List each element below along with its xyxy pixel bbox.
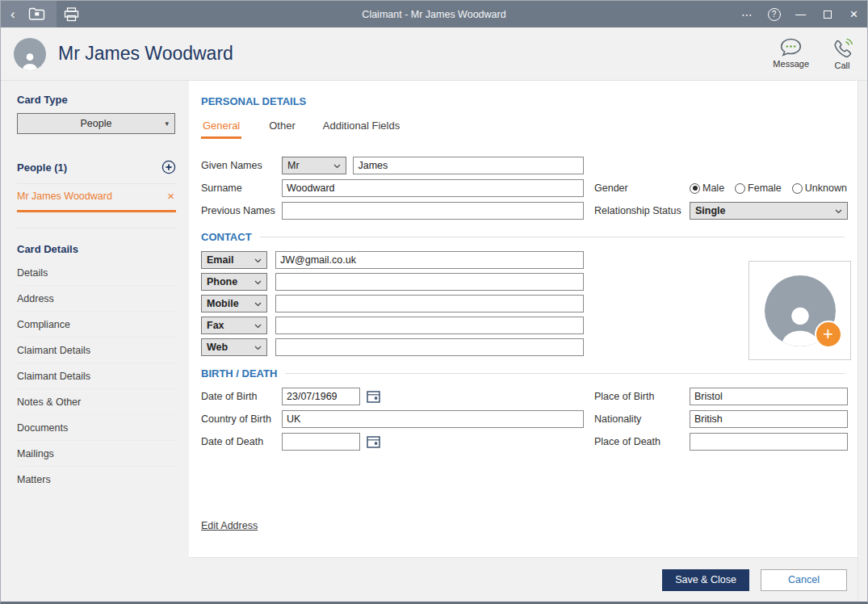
- sidebar-item-compliance[interactable]: Compliance: [17, 312, 176, 338]
- footer-bar: Save & Close Cancel: [189, 557, 858, 602]
- profile-photo-placeholder: +: [765, 275, 836, 346]
- contact-type-select-2[interactable]: Phone: [201, 273, 267, 291]
- remove-person-icon[interactable]: ×: [167, 189, 174, 203]
- calendar-icon[interactable]: [367, 435, 380, 448]
- calendar-icon[interactable]: [367, 390, 380, 403]
- place-of-death-input[interactable]: [690, 433, 848, 451]
- sidebar: Card Type People ▾ People (1) Mr James W…: [1, 81, 189, 602]
- sidebar-item-claimant-details-1[interactable]: Claimant Details: [17, 338, 176, 363]
- birth-death-title: BIRTH / DEATH: [201, 367, 277, 380]
- add-photo-button[interactable]: +: [815, 321, 842, 348]
- country-of-birth-input[interactable]: [282, 410, 584, 428]
- date-of-birth-label: Date of Birth: [201, 391, 282, 402]
- plus-icon: +: [823, 324, 833, 345]
- help-icon: ?: [768, 8, 781, 21]
- tab-general[interactable]: General: [201, 120, 241, 139]
- close-icon: ×: [850, 6, 858, 23]
- message-icon: [780, 38, 802, 57]
- place-of-birth-label: Place of Birth: [594, 391, 690, 402]
- print-button[interactable]: [57, 1, 87, 27]
- place-of-birth-input[interactable]: [690, 388, 848, 405]
- chevron-down-icon: [254, 298, 262, 309]
- chevron-down-icon: ▾: [165, 120, 169, 128]
- card-type-select[interactable]: People ▾: [17, 113, 175, 134]
- date-of-birth-input[interactable]: [282, 388, 360, 405]
- chevron-down-icon: [254, 320, 262, 331]
- contact-fax-input[interactable]: [275, 317, 584, 334]
- contact-type-select-1[interactable]: Email: [201, 251, 267, 269]
- contact-web-input[interactable]: [275, 338, 584, 356]
- contact-heading: CONTACT: [201, 231, 848, 243]
- person-name: Mr James Woodward: [17, 191, 112, 202]
- contact-type-value: Mobile: [207, 298, 239, 309]
- sidebar-item-address[interactable]: Address: [17, 286, 176, 312]
- sidebar-divider: [17, 228, 176, 229]
- contact-type-value: Email: [207, 254, 233, 266]
- edit-address-link[interactable]: Edit Address: [201, 520, 258, 531]
- minimize-button[interactable]: —: [787, 1, 814, 27]
- tab-bar: General Other Additional Fields: [201, 120, 848, 139]
- minimize-icon: —: [795, 8, 806, 20]
- gender-unknown-radio[interactable]: [792, 183, 803, 194]
- contact-phone-input[interactable]: [275, 273, 584, 291]
- nationality-input[interactable]: [690, 410, 848, 428]
- date-of-death-label: Date of Death: [201, 436, 282, 447]
- gender-female-radio[interactable]: [735, 183, 745, 194]
- printer-icon: [64, 7, 79, 22]
- title-value: Mr: [287, 160, 300, 171]
- sidebar-item-details[interactable]: Details: [17, 260, 176, 286]
- gender-male-radio[interactable]: [690, 183, 700, 194]
- personal-details-heading: PERSONAL DETAILS: [201, 95, 848, 107]
- title-bar: ‹ Claimant - Mr James Woodward ⋯ ? — ×: [1, 1, 867, 27]
- back-icon[interactable]: ‹: [9, 7, 17, 21]
- nationality-label: Nationality: [594, 413, 690, 425]
- scrollbar[interactable]: [858, 81, 867, 602]
- contact-mobile-input[interactable]: [275, 295, 584, 312]
- more-options-button[interactable]: ⋯: [734, 1, 761, 27]
- sidebar-item-documents[interactable]: Documents: [17, 415, 176, 441]
- header-actions: Message Call: [773, 38, 853, 70]
- call-button[interactable]: Call: [832, 38, 853, 70]
- avatar: [14, 38, 46, 70]
- cards-folder-icon[interactable]: [28, 7, 45, 21]
- gender-male-label: Male: [702, 182, 724, 194]
- people-count-heading: People (1): [17, 161, 67, 174]
- add-person-icon[interactable]: [161, 160, 176, 174]
- message-button[interactable]: Message: [773, 38, 809, 70]
- save-close-button[interactable]: Save & Close: [662, 569, 749, 591]
- section-divider: [285, 373, 845, 374]
- title-select[interactable]: Mr: [282, 157, 346, 174]
- surname-input[interactable]: [282, 179, 584, 197]
- given-names-input[interactable]: [353, 157, 584, 174]
- person-list-item[interactable]: Mr James Woodward ×: [17, 183, 176, 212]
- sidebar-item-matters[interactable]: Matters: [17, 467, 176, 492]
- date-of-death-input[interactable]: [282, 433, 360, 451]
- gender-label: Gender: [594, 182, 690, 194]
- close-button[interactable]: ×: [841, 1, 867, 27]
- call-icon: [832, 38, 853, 58]
- cancel-button[interactable]: Cancel: [761, 569, 847, 591]
- place-of-death-label: Place of Death: [594, 436, 690, 447]
- chevron-down-icon: [254, 254, 262, 266]
- maximize-icon: [824, 10, 832, 19]
- chevron-down-icon: [254, 276, 262, 287]
- personal-details-panel: PERSONAL DETAILS General Other Additiona…: [189, 81, 858, 557]
- sidebar-item-claimant-details-2[interactable]: Claimant Details: [17, 363, 176, 389]
- contact-type-select-3[interactable]: Mobile: [201, 295, 267, 312]
- tab-other[interactable]: Other: [269, 120, 296, 139]
- relationship-status-select[interactable]: Single: [690, 202, 848, 220]
- tab-additional-fields[interactable]: Additional Fields: [323, 120, 400, 139]
- contact-type-select-4[interactable]: Fax: [201, 317, 267, 334]
- previous-names-input[interactable]: [282, 202, 584, 220]
- contact-type-select-5[interactable]: Web: [201, 338, 267, 356]
- gender-unknown-label: Unknown: [805, 182, 847, 194]
- contact-email-input[interactable]: [275, 251, 584, 269]
- sidebar-item-mailings[interactable]: Mailings: [17, 441, 176, 467]
- chevron-down-icon: [333, 160, 341, 171]
- relationship-status-value: Single: [695, 205, 726, 216]
- help-button[interactable]: ?: [761, 1, 787, 27]
- sidebar-item-notes-other[interactable]: Notes & Other: [17, 389, 176, 415]
- relationship-status-label: Relationship Status: [594, 205, 690, 216]
- maximize-button[interactable]: [814, 1, 841, 27]
- gender-female-label: Female: [748, 182, 782, 194]
